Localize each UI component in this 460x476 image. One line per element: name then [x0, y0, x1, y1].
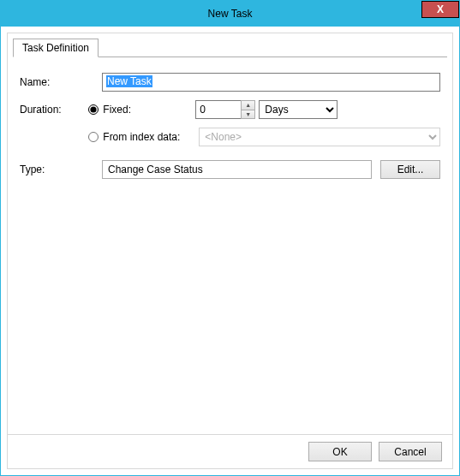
tab-strip: Task Definition — [8, 39, 452, 57]
name-input[interactable]: New Task — [102, 73, 440, 92]
fixed-radio-group: Fixed: ▲ ▼ Days — [88, 100, 440, 119]
duration-value-input[interactable] — [195, 100, 242, 119]
index-radio-group: From index data: <None> — [88, 128, 440, 146]
tab-label: Task Definition — [22, 42, 89, 54]
cancel-button[interactable]: Cancel — [379, 442, 442, 461]
spinner-down[interactable]: ▼ — [242, 110, 254, 119]
name-label: Name: — [20, 76, 102, 88]
duration-label: Duration: — [20, 104, 88, 116]
duration-spinner: ▲ ▼ — [241, 100, 255, 119]
title-bar: New Task X — [1, 1, 459, 27]
index-data-select: <None> — [199, 128, 440, 146]
window-title: New Task — [1, 8, 459, 20]
duration-unit-select[interactable]: Days — [259, 100, 338, 119]
name-row: Name: New Task — [20, 73, 440, 92]
fixed-label: Fixed: — [103, 104, 195, 116]
button-bar: OK Cancel — [8, 434, 452, 468]
type-label: Type: — [20, 164, 102, 176]
duration-index-row: From index data: <None> — [20, 128, 440, 146]
tab-panel: Name: New Task Duration: Fixed: ▲ ▼ Day — [8, 57, 452, 434]
type-row: Type: Edit... — [20, 160, 440, 179]
tab-task-definition[interactable]: Task Definition — [13, 39, 99, 57]
dialog-body: Task Definition Name: New Task Duration:… — [7, 33, 453, 469]
ok-button[interactable]: OK — [308, 442, 372, 461]
from-index-label: From index data: — [103, 131, 195, 143]
name-value: New Task — [106, 75, 152, 87]
dialog-window: New Task X Task Definition Name: New Tas… — [0, 0, 460, 476]
duration-fixed-row: Duration: Fixed: ▲ ▼ Days — [20, 100, 440, 119]
fixed-radio[interactable] — [88, 104, 99, 115]
close-button[interactable]: X — [421, 1, 459, 18]
from-index-radio[interactable] — [88, 132, 99, 142]
edit-button[interactable]: Edit... — [380, 160, 440, 179]
close-icon: X — [437, 4, 444, 15]
type-input — [102, 160, 372, 179]
spinner-up[interactable]: ▲ — [242, 101, 254, 110]
